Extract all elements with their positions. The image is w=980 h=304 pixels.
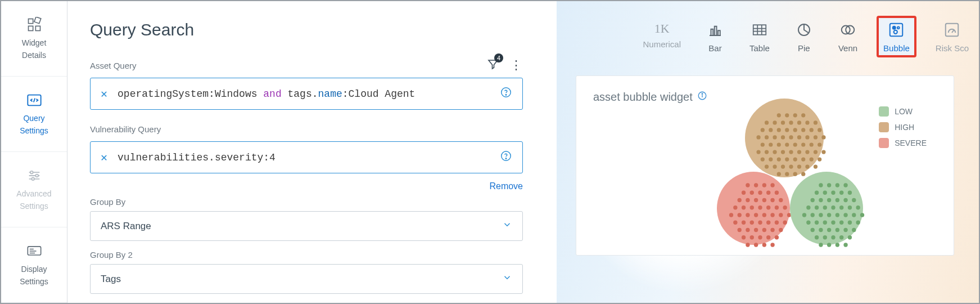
svg-point-124 xyxy=(758,221,762,225)
tab-risk-score[interactable]: Risk Sco xyxy=(930,17,974,56)
help-icon[interactable] xyxy=(500,86,512,101)
svg-point-136 xyxy=(758,235,762,239)
svg-point-87 xyxy=(777,172,781,176)
svg-point-187 xyxy=(823,235,827,239)
svg-point-35 xyxy=(797,120,801,124)
svg-point-86 xyxy=(814,164,818,168)
remove-vulnerability-query-link[interactable]: Remove xyxy=(489,181,523,191)
svg-rect-16 xyxy=(753,25,766,35)
svg-point-59 xyxy=(793,142,797,146)
chevron-down-icon xyxy=(502,272,512,285)
sidebar-item-label-2: Settings xyxy=(20,202,48,211)
vulnerability-query-label: Vulnerability Query xyxy=(90,124,161,134)
tab-numerical[interactable]: 1K Numerical xyxy=(638,17,687,52)
svg-point-165 xyxy=(802,213,806,217)
bar-chart-icon xyxy=(707,21,724,40)
svg-point-51 xyxy=(797,135,801,139)
tab-bar[interactable]: Bar xyxy=(701,17,729,56)
clear-icon[interactable]: ✕ xyxy=(101,87,107,101)
tab-venn[interactable]: Venn xyxy=(833,17,863,56)
sidebar-item-query-settings[interactable]: Query Settings xyxy=(1,77,67,152)
svg-point-149 xyxy=(831,191,835,195)
svg-point-188 xyxy=(831,235,835,239)
vulnerability-query-text: vulnerabilities.severity:4 xyxy=(118,152,490,163)
svg-point-38 xyxy=(761,128,765,132)
svg-point-88 xyxy=(785,172,789,176)
svg-point-109 xyxy=(758,205,762,209)
svg-point-191 xyxy=(819,243,823,247)
svg-point-129 xyxy=(746,228,749,232)
legend-severe[interactable]: SEVERE xyxy=(879,138,927,148)
svg-point-64 xyxy=(765,150,769,154)
svg-point-49 xyxy=(781,135,785,139)
svg-point-57 xyxy=(777,142,781,146)
tab-pie[interactable]: Pie xyxy=(790,17,818,56)
svg-point-45 xyxy=(818,128,821,132)
svg-point-90 xyxy=(801,172,805,176)
svg-point-80 xyxy=(765,164,769,168)
swatch-high xyxy=(879,122,889,132)
svg-point-148 xyxy=(823,191,827,195)
swatch-low xyxy=(879,106,889,117)
svg-point-162 xyxy=(839,205,843,209)
svg-point-37 xyxy=(814,120,818,124)
svg-point-182 xyxy=(827,228,831,232)
svg-point-170 xyxy=(843,213,847,217)
sidebar-item-display-settings[interactable]: Display Settings xyxy=(1,227,67,303)
help-icon[interactable] xyxy=(500,150,512,165)
sidebar-item-widget-details[interactable]: Widget Details xyxy=(1,1,67,77)
svg-point-137 xyxy=(766,235,770,239)
tab-bubble[interactable]: Bubble xyxy=(878,17,915,56)
svg-point-122 xyxy=(742,221,746,225)
svg-point-81 xyxy=(773,164,776,168)
bubble-high[interactable] xyxy=(745,99,824,177)
svg-point-166 xyxy=(811,213,815,217)
svg-point-67 xyxy=(789,150,793,154)
legend-high[interactable]: HIGH xyxy=(879,122,927,132)
svg-point-135 xyxy=(750,235,754,239)
group-by-group: Group By ARS Range xyxy=(90,197,523,241)
svg-point-156 xyxy=(843,198,847,202)
svg-point-70 xyxy=(814,150,818,154)
filter-icon[interactable]: 4 xyxy=(486,57,500,73)
svg-point-121 xyxy=(733,221,737,225)
svg-point-54 xyxy=(821,135,825,139)
group-by-2-select[interactable]: Tags xyxy=(90,264,523,294)
svg-point-140 xyxy=(754,243,758,247)
display-icon xyxy=(26,243,42,261)
svg-point-40 xyxy=(777,128,781,132)
gauge-icon xyxy=(943,21,960,40)
sidebar-item-advanced-settings[interactable]: Advanced Settings xyxy=(1,152,67,227)
svg-point-23 xyxy=(894,30,897,34)
bubble-low[interactable] xyxy=(790,172,863,245)
svg-rect-2 xyxy=(35,26,40,30)
tab-table[interactable]: Table xyxy=(744,17,775,56)
svg-point-65 xyxy=(773,150,776,154)
svg-point-76 xyxy=(793,157,797,161)
svg-point-110 xyxy=(766,205,770,209)
svg-point-113 xyxy=(729,213,733,217)
clear-icon[interactable]: ✕ xyxy=(101,150,107,164)
svg-rect-0 xyxy=(28,19,33,23)
sliders-icon xyxy=(26,168,42,186)
sidebar-item-label-2: Settings xyxy=(20,277,48,287)
svg-point-43 xyxy=(801,128,805,132)
svg-point-158 xyxy=(806,205,810,209)
asset-query-input[interactable]: ✕ operatingSystem:Windows and tags.name:… xyxy=(90,78,523,110)
svg-point-132 xyxy=(770,228,774,232)
svg-point-190 xyxy=(848,235,852,239)
bubble-severe[interactable] xyxy=(717,172,790,245)
more-menu-icon[interactable]: ⋮ xyxy=(510,64,523,68)
group-by-select[interactable]: ARS Range xyxy=(90,211,523,241)
legend-low[interactable]: LOW xyxy=(879,106,927,117)
svg-point-130 xyxy=(754,228,758,232)
svg-point-93 xyxy=(762,183,766,187)
svg-point-128 xyxy=(738,228,742,232)
svg-point-126 xyxy=(775,221,779,225)
svg-point-34 xyxy=(789,120,793,124)
svg-point-102 xyxy=(754,198,758,202)
svg-point-112 xyxy=(783,205,787,209)
group-by-2-label: Group By 2 xyxy=(90,250,523,260)
svg-point-46 xyxy=(756,135,760,139)
vulnerability-query-input[interactable]: ✕ vulnerabilities.severity:4 xyxy=(90,141,523,173)
